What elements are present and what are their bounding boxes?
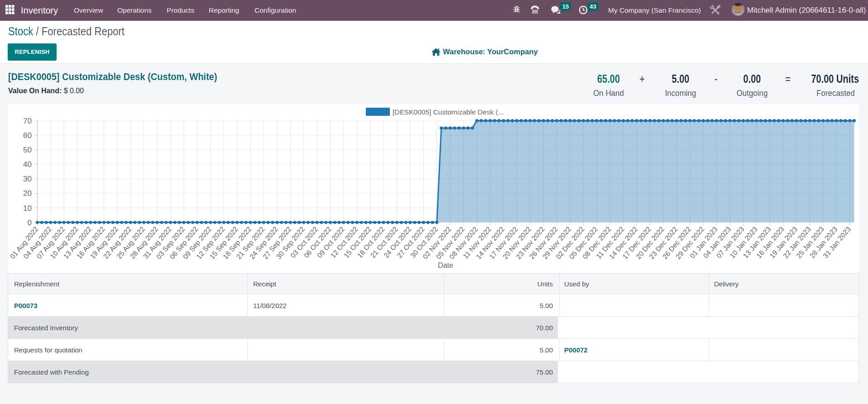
svg-text:20: 20 <box>23 189 32 198</box>
svg-text:[DESK0005] Customizable Desk (: [DESK0005] Customizable Desk (... <box>393 108 504 116</box>
svg-text:Date: Date <box>438 261 453 269</box>
svg-text:40: 40 <box>23 160 32 169</box>
svg-text:70: 70 <box>23 117 32 125</box>
svg-text:50: 50 <box>23 146 32 154</box>
svg-text:0: 0 <box>28 219 32 227</box>
svg-text:10: 10 <box>23 204 32 213</box>
svg-text:30: 30 <box>23 175 32 183</box>
svg-text:60: 60 <box>23 131 32 140</box>
